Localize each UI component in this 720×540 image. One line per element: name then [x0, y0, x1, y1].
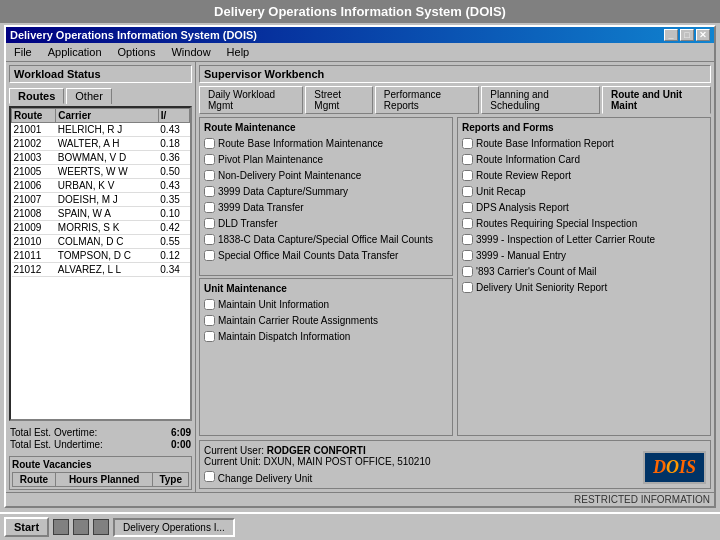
- route-maint-label[interactable]: 3999 Data Capture/Summary: [218, 185, 348, 198]
- unit-maint-checkbox[interactable]: [204, 315, 215, 326]
- report-label[interactable]: Delivery Unit Seniority Report: [476, 281, 607, 294]
- close-button[interactable]: ✕: [696, 29, 710, 41]
- unit-maint-box: Unit Maintenance Maintain Unit Informati…: [199, 278, 453, 437]
- table-row[interactable]: 21008SPAIN, W A0.10: [12, 207, 190, 221]
- report-checkbox[interactable]: [462, 202, 473, 213]
- menu-help[interactable]: Help: [223, 45, 254, 59]
- vacancies-table: Route Hours Planned Type: [12, 472, 189, 487]
- overtime-label: Total Est. Overtime:: [10, 427, 97, 438]
- checkbox-item: 3999 Data Capture/Summary: [204, 185, 448, 198]
- vac-col-hours: Hours Planned: [55, 473, 152, 487]
- route-maint-checkbox[interactable]: [204, 218, 215, 229]
- window-title-bar: Delivery Operations Information System (…: [6, 27, 714, 43]
- route-maint-label[interactable]: Pivot Plan Maintenance: [218, 153, 323, 166]
- reports-title: Reports and Forms: [462, 122, 706, 133]
- route-maint-checkbox[interactable]: [204, 234, 215, 245]
- table-row[interactable]: 21003BOWMAN, V D0.36: [12, 151, 190, 165]
- iv-cell: 0.42: [158, 221, 189, 235]
- bottom-info: Current User: RODGER CONFORTI Current Un…: [199, 440, 711, 489]
- table-row[interactable]: 21005WEERTS, W W0.50: [12, 165, 190, 179]
- current-user-label: Current User:: [204, 445, 264, 456]
- right-sections-row: Route Maintenance Route Base Information…: [199, 117, 711, 436]
- unit-maint-label[interactable]: Maintain Unit Information: [218, 298, 329, 311]
- route-maint-label[interactable]: 3999 Data Transfer: [218, 201, 304, 214]
- unit-maint-checkbox[interactable]: [204, 299, 215, 310]
- route-maint-checkbox[interactable]: [204, 250, 215, 261]
- route-maint-label[interactable]: Special Office Mail Counts Data Transfer: [218, 249, 398, 262]
- change-unit-checkbox[interactable]: [204, 471, 215, 482]
- route-maint-label[interactable]: Route Base Information Maintenance: [218, 137, 383, 150]
- taskbar-app-button[interactable]: Delivery Operations I...: [113, 518, 235, 537]
- report-label[interactable]: Unit Recap: [476, 185, 525, 198]
- route-maint-checkbox[interactable]: [204, 154, 215, 165]
- minimize-button[interactable]: _: [664, 29, 678, 41]
- route-maint-label[interactable]: Non-Delivery Point Maintenance: [218, 169, 361, 182]
- route-maint-checkbox[interactable]: [204, 138, 215, 149]
- table-row[interactable]: 21007DOEISH, M J0.35: [12, 193, 190, 207]
- outer-title-bar: Delivery Operations Information System (…: [0, 0, 720, 23]
- undertime-row: Total Est. Undertime: 0:00: [10, 439, 191, 450]
- report-checkbox[interactable]: [462, 154, 473, 165]
- report-label[interactable]: '893 Carrier's Count of Mail: [476, 265, 597, 278]
- route-cell: 21010: [12, 235, 56, 249]
- table-row[interactable]: 21010COLMAN, D C0.55: [12, 235, 190, 249]
- tab-routes[interactable]: Routes: [9, 88, 64, 104]
- table-row[interactable]: 21011TOMPSON, D C0.12: [12, 249, 190, 263]
- menu-options[interactable]: Options: [114, 45, 160, 59]
- report-checkbox[interactable]: [462, 250, 473, 261]
- report-checkbox[interactable]: [462, 282, 473, 293]
- report-label[interactable]: Route Review Report: [476, 169, 571, 182]
- report-label[interactable]: 3999 - Inspection of Letter Carrier Rout…: [476, 233, 655, 246]
- unit-maint-label[interactable]: Maintain Dispatch Information: [218, 330, 350, 343]
- route-maint-checkbox[interactable]: [204, 202, 215, 213]
- table-row[interactable]: 21006URBAN, K V0.43: [12, 179, 190, 193]
- start-button[interactable]: Start: [4, 517, 49, 537]
- report-checkbox[interactable]: [462, 266, 473, 277]
- report-checkbox[interactable]: [462, 186, 473, 197]
- report-label[interactable]: Route Information Card: [476, 153, 580, 166]
- checkbox-item: Maintain Unit Information: [204, 298, 448, 311]
- route-maint-checkbox[interactable]: [204, 186, 215, 197]
- vacancies-title: Route Vacancies: [12, 459, 189, 470]
- tab-daily[interactable]: Daily Workload Mgmt: [199, 86, 303, 114]
- report-checkbox[interactable]: [462, 234, 473, 245]
- overtime-value: 6:09: [171, 427, 191, 438]
- user-info: Current User: RODGER CONFORTI Current Un…: [204, 445, 431, 484]
- carrier-cell: DOEISH, M J: [56, 193, 159, 207]
- menu-application[interactable]: Application: [44, 45, 106, 59]
- carrier-cell: WALTER, A H: [56, 137, 159, 151]
- report-checkbox[interactable]: [462, 170, 473, 181]
- checkbox-item: '893 Carrier's Count of Mail: [462, 265, 706, 278]
- window-title: Delivery Operations Information System (…: [10, 29, 257, 41]
- tab-perf[interactable]: Performance Reports: [375, 86, 479, 114]
- route-maint-label[interactable]: DLD Transfer: [218, 217, 277, 230]
- menu-window[interactable]: Window: [167, 45, 214, 59]
- change-unit-label[interactable]: Change Delivery Unit: [218, 473, 313, 484]
- report-label[interactable]: 3999 - Manual Entry: [476, 249, 566, 262]
- checkbox-item: Maintain Carrier Route Assignments: [204, 314, 448, 327]
- unit-maint-label[interactable]: Maintain Carrier Route Assignments: [218, 314, 378, 327]
- report-checkbox[interactable]: [462, 218, 473, 229]
- tab-planning[interactable]: Planning and Scheduling: [481, 86, 600, 114]
- unit-maint-checkbox[interactable]: [204, 331, 215, 342]
- report-label[interactable]: DPS Analysis Report: [476, 201, 569, 214]
- report-checkbox[interactable]: [462, 138, 473, 149]
- reports-box: Reports and Forms Route Base Information…: [457, 117, 711, 436]
- menu-file[interactable]: File: [10, 45, 36, 59]
- table-row[interactable]: 21009MORRIS, S K0.42: [12, 221, 190, 235]
- table-row[interactable]: 21001HELRICH, R J0.43: [12, 123, 190, 137]
- report-label[interactable]: Route Base Information Report: [476, 137, 614, 150]
- route-maint-checkbox[interactable]: [204, 170, 215, 181]
- report-label[interactable]: Routes Requiring Special Inspection: [476, 217, 637, 230]
- carrier-cell: MORRIS, S K: [56, 221, 159, 235]
- checkbox-item: Maintain Dispatch Information: [204, 330, 448, 343]
- maximize-button[interactable]: □: [680, 29, 694, 41]
- table-row[interactable]: 21002WALTER, A H0.18: [12, 137, 190, 151]
- tab-other[interactable]: Other: [66, 88, 112, 104]
- undertime-label: Total Est. Undertime:: [10, 439, 103, 450]
- tab-route-unit[interactable]: Route and Unit Maint: [602, 86, 711, 114]
- table-row[interactable]: 21012ALVAREZ, L L0.34: [12, 263, 190, 277]
- tab-street[interactable]: Street Mgmt: [305, 86, 373, 114]
- route-maint-label[interactable]: 1838-C Data Capture/Special Office Mail …: [218, 233, 433, 246]
- route-cell: 21003: [12, 151, 56, 165]
